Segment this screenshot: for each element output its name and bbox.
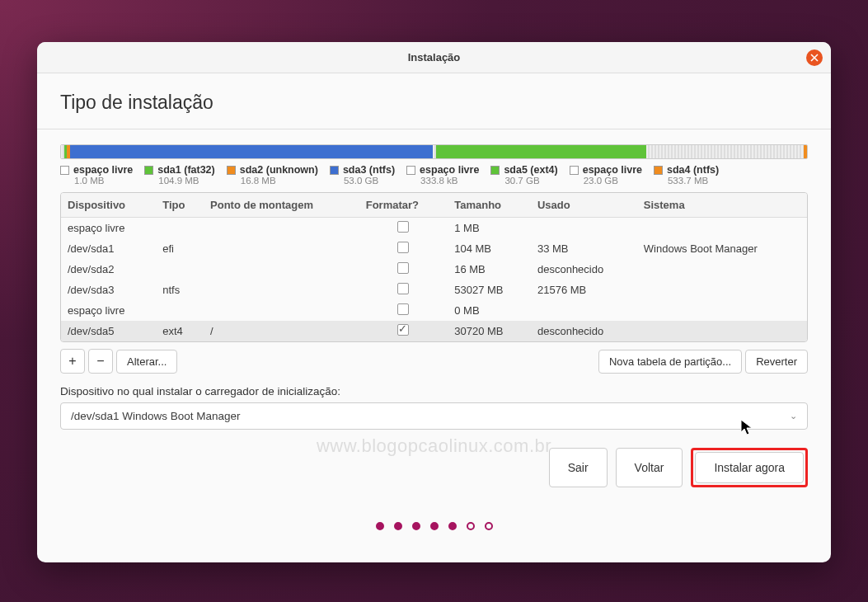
cell — [204, 259, 359, 280]
cell — [156, 259, 204, 280]
disk-segment[interactable] — [804, 145, 807, 158]
col-format[interactable]: Formatar? — [359, 193, 448, 218]
cell — [204, 280, 359, 300]
legend-label: sda4 (ntfs) — [667, 164, 719, 176]
disk-segment[interactable] — [646, 145, 804, 158]
legend-item: sda5 (ext4)30.7 GB — [490, 164, 565, 186]
format-checkbox[interactable] — [397, 221, 409, 233]
cell: 30720 MB — [448, 321, 531, 341]
cell: 33 MB — [531, 238, 637, 259]
window-title: Instalação — [408, 51, 461, 63]
quit-button[interactable]: Sair — [549, 448, 608, 487]
legend-size: 30.7 GB — [504, 176, 557, 186]
disk-segment[interactable] — [70, 145, 433, 158]
back-button[interactable]: Voltar — [616, 448, 683, 487]
legend-swatch — [227, 166, 236, 175]
page-title: Tipo de instalação — [60, 92, 808, 114]
cell: Windows Boot Manager — [637, 238, 807, 259]
cell — [156, 300, 204, 321]
cell — [204, 238, 359, 259]
table-row[interactable]: /dev/sda1efi104 MB33 MBWindows Boot Mana… — [61, 238, 807, 259]
progress-dot — [467, 522, 475, 530]
wizard-actions: Sair Voltar Instalar agora — [60, 448, 808, 487]
legend-size: 23.0 GB — [584, 176, 642, 186]
cell — [637, 259, 807, 280]
legend-item: sda1 (fat32)104.9 MB — [144, 164, 223, 186]
table-row[interactable]: /dev/sda5ext4/30720 MBdesconhecido — [61, 321, 807, 341]
new-partition-table-button[interactable]: Nova tabela de partição... — [598, 350, 742, 374]
legend-swatch — [330, 166, 339, 175]
legend-size: 533.7 MB — [668, 176, 719, 186]
installer-window: Instalação Tipo de instalação espaço liv… — [37, 42, 831, 562]
format-checkbox[interactable] — [397, 324, 409, 336]
legend-item: espaço livre23.0 GB — [570, 164, 650, 186]
legend-item: espaço livre333.8 kB — [406, 164, 487, 186]
bootloader-select[interactable]: /dev/sda1 Windows Boot Manager ⌄ — [60, 402, 808, 430]
partition-toolbar: + − Alterar... Nova tabela de partição..… — [60, 349, 808, 374]
legend-size: 53.0 GB — [344, 176, 395, 186]
legend-swatch — [406, 166, 415, 175]
legend-label: sda3 (ntfs) — [343, 164, 395, 176]
legend-size: 1.0 MB — [74, 176, 133, 186]
legend-label: sda5 (ext4) — [504, 164, 557, 176]
col-system[interactable]: Sistema — [637, 193, 807, 218]
cell: 104 MB — [448, 238, 531, 259]
table-row[interactable]: /dev/sda3ntfs53027 MB21576 MB — [61, 280, 807, 300]
col-type[interactable]: Tipo — [156, 193, 204, 218]
disk-segment[interactable] — [436, 145, 646, 158]
cell: espaço livre — [61, 218, 156, 239]
legend-size: 16.8 MB — [241, 176, 318, 186]
cell — [531, 218, 637, 239]
install-now-button[interactable]: Instalar agora — [695, 452, 804, 483]
bootloader-value: /dev/sda1 Windows Boot Manager — [71, 410, 241, 422]
progress-dot — [376, 522, 384, 530]
format-checkbox[interactable] — [397, 303, 409, 315]
legend-label: sda1 (fat32) — [157, 164, 214, 176]
cell: 1 MB — [448, 218, 531, 239]
partition-legend: espaço livre1.0 MBsda1 (fat32)104.9 MBsd… — [60, 164, 808, 186]
cell: 16 MB — [448, 259, 531, 280]
remove-partition-button[interactable]: − — [88, 349, 113, 374]
col-mount[interactable]: Ponto de montagem — [204, 193, 359, 218]
legend-swatch — [144, 166, 153, 175]
close-icon[interactable] — [806, 49, 823, 66]
divider — [37, 129, 831, 129]
cell: desconhecido — [531, 321, 637, 341]
add-partition-button[interactable]: + — [60, 349, 85, 374]
format-checkbox[interactable] — [397, 242, 409, 253]
cell — [637, 280, 807, 300]
titlebar: Instalação — [37, 42, 831, 73]
change-partition-button[interactable]: Alterar... — [116, 350, 177, 374]
format-checkbox[interactable] — [397, 283, 409, 294]
cell — [531, 300, 637, 321]
revert-button[interactable]: Reverter — [745, 350, 808, 374]
table-row[interactable]: espaço livre0 MB — [61, 300, 807, 321]
cell — [637, 321, 807, 341]
progress-dot — [394, 522, 402, 530]
legend-swatch — [570, 166, 579, 175]
partition-table: Dispositivo Tipo Ponto de montagem Forma… — [60, 192, 808, 342]
format-checkbox[interactable] — [397, 262, 409, 274]
cell: efi — [156, 238, 204, 259]
table-row[interactable]: espaço livre1 MB — [61, 218, 807, 239]
cell: /dev/sda2 — [61, 259, 156, 280]
disk-usage-bar — [60, 144, 808, 159]
col-device[interactable]: Dispositivo — [61, 193, 156, 218]
progress-dot — [430, 522, 439, 530]
legend-swatch — [60, 166, 69, 175]
progress-dot — [485, 522, 493, 530]
progress-dot — [448, 522, 457, 530]
legend-label: sda2 (unknown) — [240, 164, 318, 176]
table-row[interactable]: /dev/sda216 MBdesconhecido — [61, 259, 807, 280]
chevron-down-icon: ⌄ — [790, 411, 797, 421]
legend-label: espaço livre — [73, 164, 133, 176]
progress-dot — [412, 522, 420, 530]
cell: espaço livre — [61, 300, 156, 321]
legend-label: espaço livre — [583, 164, 642, 176]
cell — [156, 218, 204, 239]
col-size[interactable]: Tamanho — [448, 193, 531, 218]
cell: 0 MB — [448, 300, 531, 321]
col-used[interactable]: Usado — [531, 193, 637, 218]
cell: /dev/sda5 — [61, 321, 156, 341]
cell: /dev/sda3 — [61, 280, 156, 300]
